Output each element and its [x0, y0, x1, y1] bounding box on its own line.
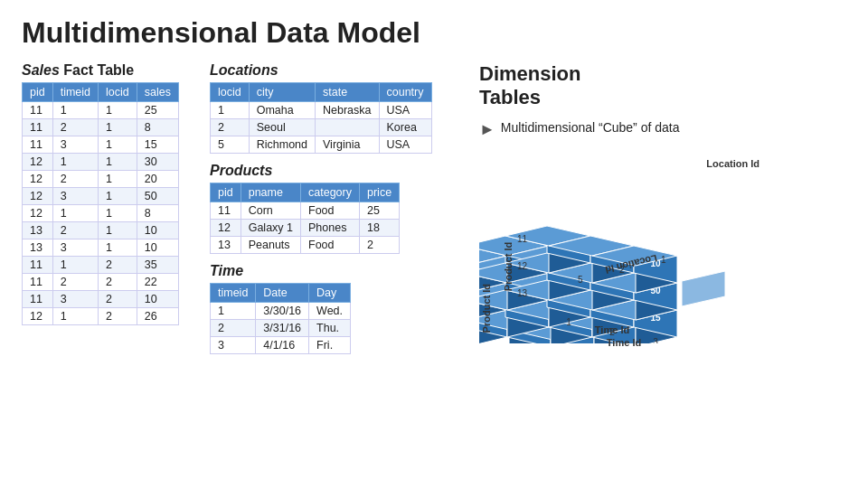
table-cell: 2 — [52, 171, 98, 188]
right-col: DimensionTables ► Multidimensional “Cube… — [479, 62, 787, 348]
main-row: Sales Fact Table pidtimeidlocidsales 111… — [22, 62, 846, 363]
sales-fact-section: Sales Fact Table pidtimeidlocidsales 111… — [22, 62, 193, 325]
table-cell: 15 — [137, 136, 178, 154]
table-cell: 1 — [99, 154, 137, 171]
time-section: Time timeidDateDay 13/30/16Wed.23/31/16T… — [210, 263, 463, 354]
table-cell: Richmond — [249, 136, 315, 154]
table-cell: 3/31/16 — [256, 320, 309, 337]
table-cell: 13 — [211, 237, 241, 254]
table-row: 121226 — [23, 308, 179, 325]
time-table: timeidDateDay 13/30/16Wed.23/31/16Thu.34… — [210, 283, 351, 354]
table-row: 113115 — [23, 136, 179, 154]
table-row: 12Galaxy 1Phones18 — [211, 220, 400, 237]
col-header-locid: locid — [211, 83, 250, 102]
table-row: 122120 — [23, 171, 179, 188]
time-header: timeidDateDay — [211, 284, 351, 303]
locations-table: locidcitystatecountry 1OmahaNebraskaUSA2… — [210, 82, 432, 154]
dimension-tables-label: DimensionTables — [479, 62, 580, 109]
table-cell: 1 — [211, 102, 250, 119]
table-cell — [316, 119, 380, 136]
table-cell: Virginia — [316, 136, 380, 154]
table-cell: Seoul — [249, 119, 315, 136]
table-cell: 12 — [23, 171, 53, 188]
table-cell: 11 — [23, 119, 53, 136]
table-cell: Peanuts — [241, 237, 300, 254]
col-header-pname: pname — [241, 183, 300, 202]
table-cell: USA — [379, 102, 431, 119]
table-cell: Fri. — [309, 337, 351, 354]
table-cell: 12 — [211, 220, 241, 237]
cube-container: .cell-top { fill: #5b9bd5; stroke: #fff;… — [479, 149, 769, 348]
table-cell: 13 — [23, 239, 53, 257]
table-cell: 8 — [137, 119, 178, 136]
table-cell: 12 — [23, 154, 53, 171]
prod-body: 11CornFood2512Galaxy 1Phones1813PeanutsF… — [211, 202, 400, 254]
table-row: 23/31/16Thu. — [211, 320, 351, 337]
table-cell: 3 — [211, 337, 256, 354]
sales-header-row: pidtimeidlocidsales — [23, 83, 179, 102]
table-cell: 2 — [211, 320, 256, 337]
table-cell: 1 — [211, 303, 256, 320]
table-row: 113210 — [23, 291, 179, 308]
table-row: 121130 — [23, 154, 179, 171]
table-row: 5RichmondVirginiaUSA — [211, 136, 432, 154]
table-cell: 2 — [99, 291, 137, 308]
page-title: Multidimensional Data Model — [22, 16, 846, 50]
x-axis-label: Time Id — [607, 337, 641, 348]
table-cell: 1 — [99, 136, 137, 154]
table-cell: Galaxy 1 — [241, 220, 300, 237]
table-cell: 13 — [23, 222, 53, 239]
col-header-state: state — [316, 83, 380, 102]
table-row: 111235 — [23, 257, 179, 274]
table-cell: 11 — [23, 274, 53, 291]
table-cell: 2 — [359, 237, 399, 254]
table-cell: 10 — [137, 222, 178, 239]
table-cell: Phones — [301, 220, 360, 237]
sales-body: 1111251121811311512113012212012315012118… — [23, 102, 179, 325]
table-row: 132110 — [23, 222, 179, 239]
prod-header: pidpnamecategoryprice — [211, 183, 400, 202]
table-cell: Food — [301, 202, 360, 220]
table-cell: 11 — [23, 257, 53, 274]
table-cell: 1 — [99, 119, 137, 136]
table-cell: 1 — [99, 102, 137, 119]
table-cell: Wed. — [309, 303, 351, 320]
table-cell: 2 — [99, 257, 137, 274]
table-cell: 1 — [99, 171, 137, 188]
col-header-country: country — [379, 83, 431, 102]
locations-title: Locations — [210, 62, 463, 79]
sales-label: Sales — [22, 62, 63, 78]
table-row: 13PeanutsFood2 — [211, 237, 400, 254]
y-axis-label: Product Id — [481, 284, 492, 333]
table-cell: 3 — [52, 239, 98, 257]
table-cell: 10 — [137, 239, 178, 257]
col-header-timeid: timeid — [211, 284, 256, 303]
table-cell: 1 — [99, 222, 137, 239]
table-cell: 1 — [52, 308, 98, 325]
table-cell: 11 — [23, 136, 53, 154]
arrow-icon: ► — [479, 120, 495, 140]
table-cell: 11 — [211, 202, 241, 220]
table-cell: Omaha — [249, 102, 315, 119]
fact-label: Fact Table — [63, 62, 134, 78]
table-cell: Nebraska — [316, 102, 380, 119]
table-row: 11CornFood25 — [211, 202, 400, 220]
table-cell: 2 — [211, 119, 250, 136]
table-cell: 10 — [137, 291, 178, 308]
time-body: 13/30/16Wed.23/31/16Thu.34/1/16Fri. — [211, 303, 351, 354]
table-cell: 1 — [52, 257, 98, 274]
sales-fact-table: pidtimeidlocidsales 11112511218113115121… — [22, 82, 179, 325]
table-cell: Corn — [241, 202, 300, 220]
table-cell: 5 — [211, 136, 250, 154]
table-cell: 1 — [99, 239, 137, 257]
table-cell: 3 — [52, 136, 98, 154]
table-row: 1OmahaNebraskaUSA — [211, 102, 432, 119]
cube-bullet-text: Multidimensional “Cube” of data — [501, 120, 680, 135]
table-cell: 1 — [52, 102, 98, 119]
table-row: 34/1/16Fri. — [211, 337, 351, 354]
table-row: 2SeoulKorea — [211, 119, 432, 136]
table-cell: 2 — [99, 274, 137, 291]
col-header-pid: pid — [23, 83, 53, 102]
products-section: Products pidpnamecategoryprice 11CornFoo… — [210, 163, 463, 254]
sales-fact-title: Sales Fact Table — [22, 62, 193, 79]
